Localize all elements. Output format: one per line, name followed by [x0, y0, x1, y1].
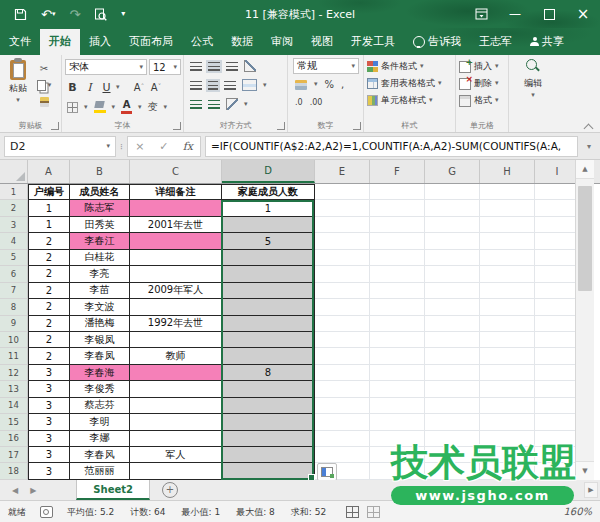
- cell-c9[interactable]: 1992年去世: [130, 316, 222, 332]
- expand-formula-bar-icon[interactable]: ▾: [582, 142, 596, 151]
- cell-b17[interactable]: 李春风: [70, 447, 130, 463]
- row-header-11[interactable]: 11: [0, 348, 28, 364]
- row-header-16[interactable]: 16: [0, 431, 28, 447]
- cell-h12[interactable]: [480, 365, 535, 381]
- close-button[interactable]: ×: [566, 0, 600, 28]
- cell-h3[interactable]: [480, 217, 535, 233]
- cell-g7[interactable]: [425, 283, 480, 299]
- cell-d7[interactable]: [222, 283, 315, 299]
- cell-i9[interactable]: [535, 316, 580, 332]
- cell-b4[interactable]: 李春江: [70, 233, 130, 249]
- cell-f12[interactable]: [370, 365, 425, 381]
- column-header-a[interactable]: A: [28, 160, 70, 183]
- cell-b10[interactable]: 李银凤: [70, 332, 130, 348]
- cell-d4[interactable]: 5: [222, 233, 315, 249]
- cell-b9[interactable]: 潘艳梅: [70, 316, 130, 332]
- cell-e4[interactable]: [315, 233, 370, 249]
- cell-e17[interactable]: [315, 447, 370, 463]
- phonetic-guide-icon[interactable]: 变: [148, 100, 158, 114]
- clipboard-dialog-launcher-icon[interactable]: [51, 122, 59, 130]
- cell-e14[interactable]: [315, 398, 370, 414]
- cell-h5[interactable]: [480, 250, 535, 266]
- cell-g13[interactable]: [425, 381, 480, 397]
- cell-a2[interactable]: 1: [28, 200, 70, 216]
- cell-i11[interactable]: [535, 348, 580, 364]
- cell-b16[interactable]: 李娜: [70, 431, 130, 447]
- formula-input[interactable]: =IF(COUNTIF(A$2:A2,A2)=1,COUNTIF(A:A,A2)…: [205, 136, 578, 157]
- row-header-9[interactable]: 9: [0, 316, 28, 332]
- font-name-select[interactable]: 宋体▾: [65, 59, 147, 75]
- row-header-7[interactable]: 7: [0, 283, 28, 299]
- cell-b7[interactable]: 李苗: [70, 283, 130, 299]
- macro-record-icon[interactable]: [40, 506, 53, 518]
- number-dialog-launcher-icon[interactable]: [353, 122, 361, 130]
- row-header-3[interactable]: 3: [0, 217, 28, 233]
- cell-e13[interactable]: [315, 381, 370, 397]
- underline-caret-icon[interactable]: ▾: [116, 84, 120, 91]
- cell-f6[interactable]: [370, 266, 425, 282]
- align-bottom-icon[interactable]: [226, 62, 238, 71]
- cell-i12[interactable]: [535, 365, 580, 381]
- cell-f9[interactable]: [370, 316, 425, 332]
- page-layout-view-icon[interactable]: [367, 506, 380, 518]
- cell-h11[interactable]: [480, 348, 535, 364]
- cell-e7[interactable]: [315, 283, 370, 299]
- print-preview-icon[interactable]: [94, 8, 107, 21]
- cell-b18[interactable]: 范丽丽: [70, 463, 130, 479]
- cell-e12[interactable]: [315, 365, 370, 381]
- cell-c11[interactable]: 教师: [130, 348, 222, 364]
- cell-f2[interactable]: [370, 200, 425, 216]
- decrease-font-button[interactable]: Aˇ: [149, 80, 164, 95]
- cell-a5[interactable]: 2: [28, 250, 70, 266]
- prev-sheet-icon[interactable]: ◀: [12, 486, 18, 495]
- row-header-6[interactable]: 6: [0, 266, 28, 282]
- wrap-text-icon[interactable]: [226, 98, 238, 110]
- row-header-14[interactable]: 14: [0, 398, 28, 414]
- row-header-17[interactable]: 17: [0, 447, 28, 463]
- cell-h7[interactable]: [480, 283, 535, 299]
- cell-d17[interactable]: [222, 447, 315, 463]
- name-box[interactable]: D2 ▾: [4, 136, 116, 157]
- cell-g1[interactable]: [425, 184, 480, 200]
- align-left-icon[interactable]: [190, 81, 202, 90]
- normal-view-icon[interactable]: [346, 506, 359, 518]
- fill-color-icon[interactable]: [94, 101, 106, 113]
- cell-h8[interactable]: [480, 299, 535, 315]
- cell-c2[interactable]: [130, 200, 222, 216]
- font-size-select[interactable]: 12▾: [149, 59, 181, 75]
- ribbon-tab-account[interactable]: 王志军: [470, 29, 521, 55]
- cell-d5[interactable]: [222, 250, 315, 266]
- cell-h13[interactable]: [480, 381, 535, 397]
- align-middle-icon[interactable]: [208, 62, 220, 71]
- cell-b11[interactable]: 李春凤: [70, 348, 130, 364]
- cell-a7[interactable]: 2: [28, 283, 70, 299]
- cell-e11[interactable]: [315, 348, 370, 364]
- font-color-icon[interactable]: A: [121, 100, 132, 114]
- zoom-level[interactable]: 160%: [563, 506, 592, 517]
- insert-function-button[interactable]: fx: [176, 140, 200, 153]
- decrease-indent-icon[interactable]: [190, 100, 202, 109]
- cell-a16[interactable]: 3: [28, 431, 70, 447]
- hscroll-right-icon[interactable]: ▶: [584, 482, 598, 498]
- cell-e6[interactable]: [315, 266, 370, 282]
- column-header-h[interactable]: H: [480, 160, 535, 183]
- row-header-2[interactable]: 2: [0, 200, 28, 216]
- cell-b13[interactable]: 李俊秀: [70, 381, 130, 397]
- row-header-13[interactable]: 13: [0, 381, 28, 397]
- ribbon-tab-view[interactable]: 视图: [302, 29, 342, 55]
- row-header-1[interactable]: 1: [0, 184, 28, 200]
- cell-c16[interactable]: [130, 431, 222, 447]
- cell-i1[interactable]: [535, 184, 580, 200]
- cell-f10[interactable]: [370, 332, 425, 348]
- cell-c13[interactable]: [130, 381, 222, 397]
- ribbon-tab-insert[interactable]: 插入: [80, 29, 120, 55]
- vertical-scrollbar[interactable]: ▲ ▼: [575, 160, 594, 480]
- cell-a12[interactable]: 3: [28, 365, 70, 381]
- cell-f1[interactable]: [370, 184, 425, 200]
- ribbon-tab-developer[interactable]: 开发工具: [342, 29, 404, 55]
- cell-i14[interactable]: [535, 398, 580, 414]
- cell-c4[interactable]: [130, 233, 222, 249]
- scroll-up-icon[interactable]: ▲: [576, 160, 594, 179]
- format-cells-button[interactable]: 格式▾: [459, 93, 506, 108]
- cell-f5[interactable]: [370, 250, 425, 266]
